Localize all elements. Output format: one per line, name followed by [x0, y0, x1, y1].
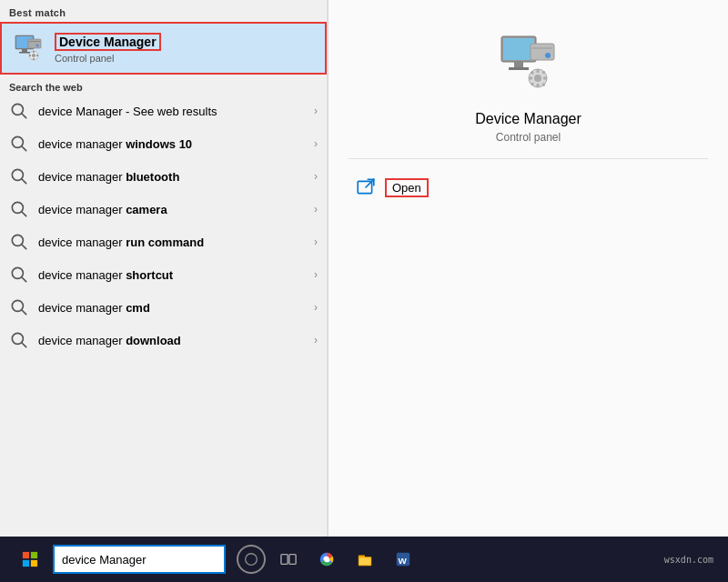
chevron-icon: › [314, 137, 318, 150]
search-item-text-shortcut: device manager shortcut [38, 268, 314, 282]
taskbar-search-box[interactable] [53, 545, 226, 574]
svg-rect-34 [532, 47, 552, 49]
right-app-icon [492, 27, 565, 100]
svg-line-47 [366, 179, 374, 187]
search-item-text-run-command: device manager run command [38, 236, 314, 249]
svg-line-24 [22, 277, 26, 282]
svg-text:W: W [399, 556, 408, 566]
search-item-text-camera: device manager camera [38, 203, 314, 216]
search-item-text-windows10: device manager windows 10 [38, 137, 314, 151]
search-item-run-command[interactable]: device manager run command › [0, 226, 327, 258]
best-match-label: Best match [0, 0, 327, 22]
search-item-download[interactable]: device manager download › [0, 324, 327, 356]
svg-line-22 [22, 245, 26, 249]
chevron-icon: › [314, 334, 318, 346]
svg-rect-48 [23, 552, 29, 558]
device-manager-icon [11, 31, 46, 65]
svg-line-18 [22, 179, 26, 184]
search-item-text-web-results: device Manager - See web results [38, 105, 314, 118]
svg-rect-11 [29, 55, 31, 56]
right-app-type: Control panel [496, 131, 561, 144]
search-item-windows10[interactable]: device manager windows 10 › [0, 127, 327, 160]
right-panel: Device Manager Control panel Open [328, 0, 728, 537]
search-icon [9, 297, 29, 317]
svg-rect-39 [536, 84, 539, 87]
svg-point-35 [545, 53, 551, 58]
left-panel: Best match [0, 0, 328, 537]
chevron-icon: › [314, 105, 318, 117]
svg-point-57 [324, 557, 329, 561]
best-match-item[interactable]: Device Manager Control panel [0, 22, 327, 75]
chevron-icon: › [314, 268, 318, 281]
search-item-shortcut[interactable]: device manager shortcut › [0, 258, 327, 291]
best-match-type: Control panel [55, 53, 161, 64]
search-item-text-download: device manager download [38, 334, 314, 347]
cortana-button[interactable] [237, 545, 266, 574]
svg-line-14 [22, 114, 26, 118]
svg-rect-2 [22, 49, 27, 52]
search-icon [9, 330, 29, 350]
chrome-button[interactable] [311, 544, 342, 575]
svg-rect-10 [33, 58, 35, 60]
svg-point-52 [246, 554, 258, 566]
search-item-bluetooth[interactable]: device manager bluetooth › [0, 160, 327, 193]
svg-rect-60 [359, 557, 371, 565]
task-view-button[interactable] [273, 544, 304, 575]
svg-point-37 [534, 75, 541, 82]
right-divider [349, 158, 708, 159]
svg-rect-51 [31, 560, 37, 567]
open-action[interactable]: Open [349, 172, 708, 203]
search-item-camera[interactable]: device manager camera › [0, 193, 327, 226]
svg-line-20 [22, 212, 26, 216]
svg-rect-40 [529, 77, 532, 80]
taskbar-right: wsxdn.com [664, 555, 721, 565]
svg-rect-31 [514, 62, 523, 67]
search-item-web-results[interactable]: device Manager - See web results › [0, 95, 327, 127]
search-item-text-cmd: device manager cmd [38, 301, 314, 315]
windows-start-button[interactable] [15, 544, 46, 575]
best-match-name: Device Manager [55, 33, 161, 51]
chevron-icon: › [314, 203, 318, 216]
svg-rect-5 [29, 41, 40, 42]
open-icon [356, 177, 376, 197]
word-button[interactable]: W [388, 544, 419, 575]
search-icon [9, 101, 29, 121]
taskbar: W wsxdn.com [0, 537, 728, 582]
svg-rect-59 [359, 556, 365, 558]
search-web-label: Search the web [0, 76, 327, 95]
svg-line-28 [22, 343, 26, 347]
svg-rect-53 [281, 555, 288, 565]
chevron-icon: › [314, 301, 318, 314]
taskbar-search-input[interactable] [62, 553, 217, 567]
start-menu: Best match [0, 0, 728, 537]
open-label[interactable]: Open [385, 178, 429, 197]
svg-point-8 [32, 54, 35, 57]
search-icon [9, 166, 29, 186]
search-item-cmd[interactable]: device manager cmd › [0, 291, 327, 324]
svg-rect-12 [36, 55, 38, 56]
file-explorer-button[interactable] [349, 544, 380, 575]
right-app-name: Device Manager [475, 111, 581, 127]
svg-rect-32 [509, 67, 529, 70]
brand-text: wsxdn.com [664, 555, 713, 565]
svg-rect-9 [33, 51, 35, 53]
svg-rect-30 [503, 38, 534, 60]
svg-line-16 [22, 146, 26, 151]
svg-rect-41 [543, 77, 547, 80]
svg-rect-3 [19, 52, 30, 54]
svg-line-26 [22, 310, 26, 315]
search-icon [9, 199, 29, 219]
search-icon [9, 134, 29, 154]
svg-rect-33 [531, 44, 554, 60]
search-icon [9, 265, 29, 285]
svg-rect-50 [23, 560, 29, 567]
svg-point-6 [36, 45, 39, 47]
svg-rect-4 [28, 39, 41, 48]
chevron-icon: › [314, 236, 318, 248]
svg-rect-54 [289, 555, 296, 565]
search-item-text-bluetooth: device manager bluetooth [38, 170, 314, 184]
chevron-icon: › [314, 170, 318, 183]
search-icon [9, 232, 29, 252]
svg-rect-49 [31, 552, 37, 558]
svg-rect-38 [536, 69, 539, 73]
